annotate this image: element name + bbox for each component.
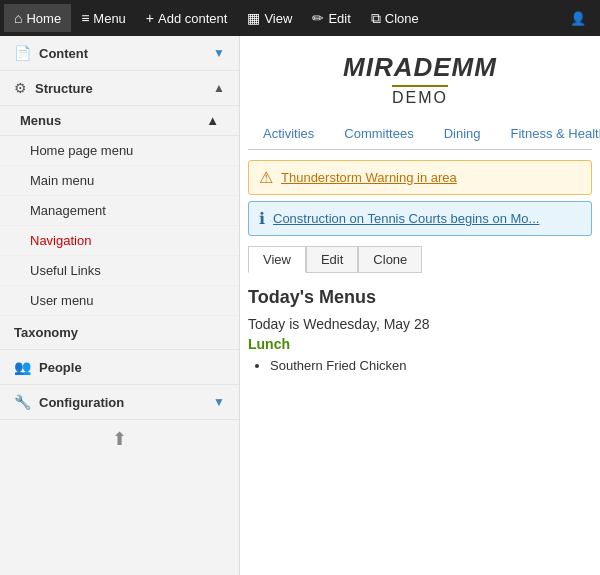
content-section: Today's Menus Today is Wednesday, May 28… (240, 281, 600, 381)
nav-view[interactable]: ▦ View (237, 4, 302, 32)
sidebar-item-home-page-menu[interactable]: Home page menu (0, 136, 239, 166)
logo-area: MIRADEMM DEMO (240, 36, 600, 117)
user-icon: 👤 (570, 11, 586, 26)
clone-icon: ⧉ (371, 10, 381, 27)
tab-dining[interactable]: Dining (429, 117, 496, 149)
logo-demo: DEMO (392, 85, 448, 107)
alert-construction-link[interactable]: Construction on Tennis Courts begins on … (273, 211, 539, 226)
menu-item-0: Southern Fried Chicken (270, 358, 592, 373)
info-icon: ℹ (259, 209, 265, 228)
sidebar-people-label: People (39, 360, 82, 375)
sidebar-item-management[interactable]: Management (0, 196, 239, 226)
alert-thunderstorm-link[interactable]: Thunderstorm Warning in area (281, 170, 457, 185)
upload-button[interactable]: ⬆ (0, 420, 239, 458)
tab-committees[interactable]: Committees (329, 117, 428, 149)
nav-clone-label: Clone (385, 11, 419, 26)
main-tabs: Activities Committees Dining Fitness & H… (248, 117, 592, 150)
nav-menu[interactable]: ≡ Menu (71, 4, 136, 32)
date-line: Today is Wednesday, May 28 (248, 316, 592, 332)
logo-text: MIRADEMM (250, 52, 590, 83)
submenu-menus-label: Menus (20, 113, 61, 128)
sidebar-item-content[interactable]: 📄 Content ▼ (0, 36, 239, 71)
alert-construction: ℹ Construction on Tennis Courts begins o… (248, 201, 592, 236)
nav-home-label: Home (26, 11, 61, 26)
menu-icon: ≡ (81, 10, 89, 26)
nav-view-label: View (264, 11, 292, 26)
nav-edit[interactable]: ✏ Edit (302, 4, 360, 32)
alert-thunderstorm: ⚠ Thunderstorm Warning in area (248, 160, 592, 195)
sidebar-structure-label: Structure (35, 81, 93, 96)
edit-icon: ✏ (312, 10, 324, 26)
sidebar-item-structure[interactable]: ⚙ Structure ▲ (0, 71, 239, 106)
view-icon: ▦ (247, 10, 260, 26)
user-menu[interactable]: 👤 (560, 5, 596, 32)
edit-button[interactable]: Edit (306, 246, 358, 273)
sidebar-item-main-menu[interactable]: Main menu (0, 166, 239, 196)
submenu-menus-arrow: ▲ (206, 113, 219, 128)
add-icon: + (146, 10, 154, 26)
nav-add-content[interactable]: + Add content (136, 4, 238, 32)
clone-button[interactable]: Clone (358, 246, 422, 273)
structure-icon: ⚙ (14, 80, 27, 96)
main-content: MIRADEMM DEMO Activities Committees Dini… (240, 36, 600, 575)
nav-clone[interactable]: ⧉ Clone (361, 4, 429, 33)
sidebar-item-navigation[interactable]: Navigation (0, 226, 239, 256)
nav-edit-label: Edit (328, 11, 350, 26)
nav-home[interactable]: ⌂ Home (4, 4, 71, 32)
content-icon: 📄 (14, 45, 31, 61)
view-button[interactable]: View (248, 246, 306, 273)
config-icon: 🔧 (14, 394, 31, 410)
content-arrow: ▼ (213, 46, 225, 60)
nav-add-label: Add content (158, 11, 227, 26)
action-buttons: View Edit Clone (248, 246, 592, 273)
alerts-area: ⚠ Thunderstorm Warning in area ℹ Constru… (248, 160, 592, 236)
sidebar-item-configuration[interactable]: 🔧 Configuration ▼ (0, 385, 239, 420)
sidebar-taxonomy-label: Taxonomy (14, 325, 78, 340)
submenu-menus-group[interactable]: Menus ▲ (0, 106, 239, 136)
top-navigation: ⌂ Home ≡ Menu + Add content ▦ View ✏ Edi… (0, 0, 600, 36)
meal-title: Lunch (248, 336, 592, 352)
menu-list: Southern Fried Chicken (248, 358, 592, 373)
sidebar-item-useful-links[interactable]: Useful Links (0, 256, 239, 286)
people-icon: 👥 (14, 359, 31, 375)
structure-arrow: ▲ (213, 81, 225, 95)
sidebar-content-label: Content (39, 46, 88, 61)
tab-fitness-health[interactable]: Fitness & Health (496, 117, 600, 149)
tab-activities[interactable]: Activities (248, 117, 329, 149)
warning-icon: ⚠ (259, 168, 273, 187)
sidebar-item-people[interactable]: 👥 People (0, 350, 239, 385)
sidebar-item-user-menu[interactable]: User menu (0, 286, 239, 316)
nav-menu-label: Menu (93, 11, 126, 26)
upload-icon: ⬆ (112, 429, 127, 449)
sidebar: 📄 Content ▼ ⚙ Structure ▲ Menus ▲ Home p… (0, 36, 240, 575)
sidebar-config-label: Configuration (39, 395, 124, 410)
sidebar-item-taxonomy[interactable]: Taxonomy (0, 316, 239, 350)
config-arrow: ▼ (213, 395, 225, 409)
logo-miradem: MIRADEMM (343, 52, 497, 82)
submenu-menus: Menus ▲ Home page menu Main menu Managem… (0, 106, 239, 316)
section-title: Today's Menus (248, 287, 592, 308)
home-icon: ⌂ (14, 10, 22, 26)
